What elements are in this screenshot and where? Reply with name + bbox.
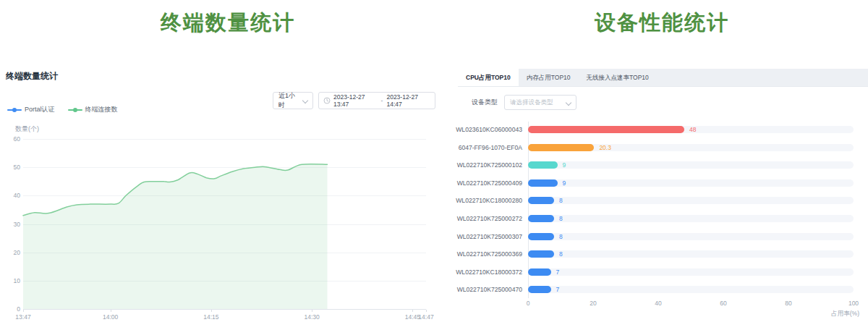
bar-track — [528, 286, 854, 293]
bar-category-label: WL022710K725000102 — [456, 161, 522, 169]
bar-category-label: WL023610KC06000043 — [456, 126, 522, 133]
bar-value-label: 7 — [556, 268, 560, 276]
tab-wireless-ap-rate-top10[interactable]: 无线接入点速率TOP10 — [579, 69, 657, 86]
bar-value-label: 8 — [559, 250, 563, 258]
x-tick-mark — [23, 310, 24, 312]
bar-x-tick-label: 60 — [720, 300, 726, 307]
line-chart-y-axis-label: 数量(个) — [15, 124, 39, 134]
terminal-connections-series — [23, 139, 426, 309]
bar — [528, 126, 684, 133]
bar-track — [528, 250, 854, 258]
bar-value-label: 8 — [559, 215, 563, 222]
line-chart-legend: Portal认证 终端连接数 — [7, 105, 118, 114]
bar — [528, 286, 551, 293]
tab-memory-top10[interactable]: 内存占用TOP10 — [519, 69, 579, 86]
bar-track — [528, 197, 854, 204]
bar-category-label: WL022710K725000470 — [456, 286, 522, 293]
bar-value-label: 8 — [559, 197, 563, 204]
chevron-down-icon — [302, 98, 308, 103]
bar-value-label: 9 — [563, 161, 566, 169]
x-tick-mark — [312, 310, 312, 312]
y-gridline — [23, 309, 426, 310]
x-tick-mark — [211, 310, 212, 312]
bar-x-tick-label: 40 — [655, 300, 661, 307]
bar-x-tick-label: 0 — [527, 300, 530, 307]
terminal-count-line-chart: 数量(个) 010203040506013:4714:0014:1514:301… — [0, 123, 456, 329]
bar-value-label: 8 — [559, 233, 563, 240]
x-tick-mark — [412, 310, 413, 312]
terminal-stats-section: 终端数量统计 终端数量统计 近1小时 2023-12-27 13:47 - 20… — [0, 0, 456, 330]
x-tick-mark — [111, 310, 111, 312]
date-range-picker[interactable]: 2023-12-27 13:47 - 2023-12-27 14:47 — [318, 92, 435, 109]
x-tick-label: 14:00 — [103, 313, 118, 321]
dashboard: 终端数量统计 终端数量统计 近1小时 2023-12-27 13:47 - 20… — [0, 0, 868, 330]
legend-marker-portal-auth-icon — [7, 107, 22, 113]
bar — [528, 144, 594, 151]
chevron-down-icon — [566, 99, 571, 105]
bar — [528, 197, 554, 204]
y-tick-label: 30 — [0, 221, 20, 228]
bar — [528, 233, 554, 240]
y-tick-label: 40 — [0, 192, 20, 199]
performance-tabbar: CPU占用TOP10 内存占用TOP10 无线接入点速率TOP10 — [458, 69, 868, 87]
device-type-placeholder: 请选择设备类型 — [510, 98, 553, 107]
area-fill — [23, 164, 328, 309]
legend-marker-terminal-connections-icon — [68, 107, 82, 113]
device-performance-page-title: 设备性能统计 — [456, 9, 868, 38]
y-tick-label: 20 — [0, 249, 20, 256]
bar-x-tick-label: 80 — [785, 300, 791, 307]
bar — [528, 250, 554, 258]
bar-category-label: WL022710KC18000372 — [456, 268, 522, 276]
cpu-top10-bar-chart: 占用率(%) WL023610KC06000043486047-FF96-107… — [456, 116, 868, 330]
legend-item-portal-auth[interactable]: Portal认证 — [7, 105, 55, 114]
bar-value-label: 48 — [689, 126, 696, 133]
bar — [528, 268, 551, 276]
bar-chart-x-axis-label: 占用率(%) — [796, 310, 859, 318]
bar-value-label: 7 — [556, 286, 560, 293]
terminal-stats-page-title: 终端数量统计 — [0, 9, 456, 38]
time-range-select[interactable]: 近1小时 — [273, 92, 313, 109]
clock-icon — [323, 97, 331, 104]
bar-x-tick-label: 100 — [848, 300, 859, 307]
bar-track — [528, 161, 854, 169]
bar-category-label: WL022710K725000272 — [456, 215, 522, 222]
device-performance-section: 设备性能统计 CPU占用TOP10 内存占用TOP10 无线接入点速率TOP10… — [456, 0, 868, 330]
y-tick-label: 60 — [0, 135, 20, 143]
bar-category-label: WL022710K725000307 — [456, 233, 522, 240]
bar-track — [528, 179, 854, 187]
legend-item-terminal-connections[interactable]: 终端连接数 — [68, 105, 118, 114]
bar-track — [528, 233, 854, 240]
bar-track — [528, 215, 854, 222]
tab-cpu-top10[interactable]: CPU占用TOP10 — [458, 69, 519, 86]
bar-x-tick-label: 20 — [590, 300, 596, 307]
bar — [528, 179, 558, 187]
bar-category-label: 6047-FF96-1070-EF0A — [456, 144, 522, 151]
date-range-separator: - — [381, 97, 383, 104]
y-tick-label: 10 — [0, 277, 20, 284]
bar — [528, 161, 558, 169]
x-tick-label: 14:15 — [203, 313, 218, 321]
x-tick-label: 13:47 — [15, 313, 30, 321]
x-tick-mark — [426, 310, 427, 312]
bar-category-label: WL022710K725000409 — [456, 179, 522, 187]
device-type-label: 设备类型 — [472, 98, 498, 107]
bar-value-label: 9 — [563, 179, 566, 187]
device-type-select[interactable]: 请选择设备类型 — [504, 95, 576, 110]
legend-label-terminal-connections: 终端连接数 — [85, 105, 118, 114]
bar-category-label: WL022710KC18000280 — [456, 197, 522, 204]
date-range-start: 2023-12-27 13:47 — [333, 93, 378, 108]
terminal-panel-title: 终端数量统计 — [6, 70, 58, 82]
bar — [528, 215, 554, 222]
legend-label-portal-auth: Portal认证 — [25, 105, 55, 114]
device-type-row: 设备类型 请选择设备类型 — [472, 95, 576, 110]
bar-value-label: 20.3 — [599, 144, 611, 151]
time-range-value: 近1小时 — [278, 91, 299, 110]
y-tick-label: 0 — [0, 305, 20, 313]
date-range-end: 2023-12-27 14:47 — [386, 93, 430, 108]
bar-category-label: WL022710K725000369 — [456, 250, 522, 258]
x-tick-label: 14:47 — [418, 313, 433, 321]
x-tick-label: 14:30 — [305, 313, 320, 321]
y-tick-label: 50 — [0, 164, 20, 171]
bar-track — [528, 268, 854, 276]
